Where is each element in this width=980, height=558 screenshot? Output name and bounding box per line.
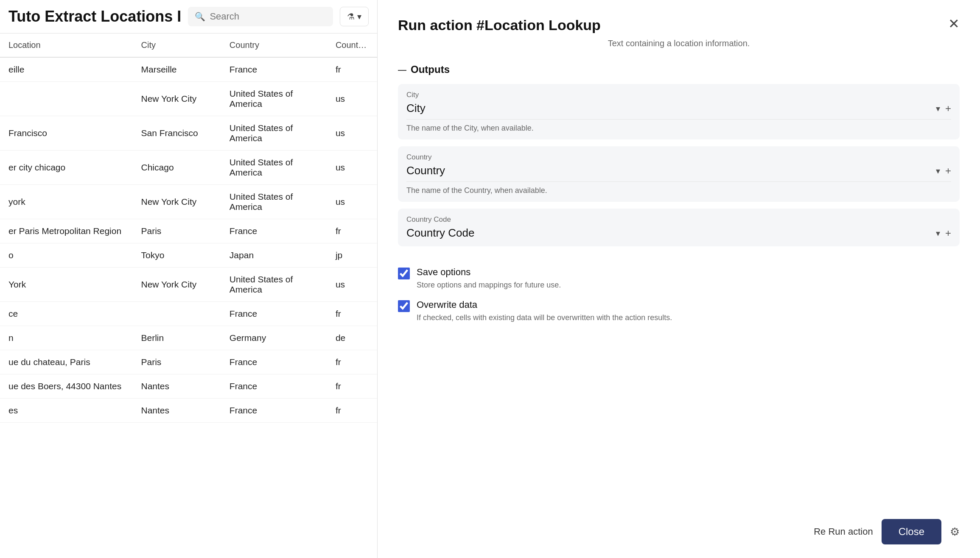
cell-country: France xyxy=(221,219,327,243)
options-section: Save options Store options and mappings … xyxy=(398,267,960,332)
filter-button[interactable]: ⚗ ▾ xyxy=(340,7,369,26)
output-desc-city: The name of the City, when available. xyxy=(406,119,951,133)
cell-city xyxy=(133,302,221,326)
table-row: eille Marseille France fr xyxy=(0,57,377,82)
cell-country: Japan xyxy=(221,243,327,268)
output-desc-country: The name of the Country, when available. xyxy=(406,181,951,195)
table-row: er Paris Metropolitan Region Paris Franc… xyxy=(0,219,377,243)
city-add-button[interactable]: + xyxy=(945,103,951,114)
output-label-country-code: Country Code xyxy=(406,215,951,224)
cell-code: us xyxy=(327,268,377,302)
cell-country: France xyxy=(221,374,327,399)
overwrite-data-checkbox[interactable] xyxy=(398,300,410,312)
spreadsheet-header: Tuto Extract Locations I 🔍 ⚗ ▾ xyxy=(0,0,377,33)
country-code-chevron-icon[interactable]: ▾ xyxy=(936,228,940,238)
cell-code: fr xyxy=(327,350,377,374)
spreadsheet-title: Tuto Extract Locations I xyxy=(8,8,181,25)
output-actions-city: ▾ + xyxy=(936,103,951,114)
action-panel: Run action #Location Lookup ✕ Text conta… xyxy=(378,0,980,558)
cell-country: France xyxy=(221,57,327,82)
save-options-label: Save options xyxy=(417,267,960,278)
city-chevron-icon[interactable]: ▾ xyxy=(936,103,940,114)
save-options-checkbox[interactable] xyxy=(398,268,410,279)
outputs-label: Outputs xyxy=(411,64,450,75)
cell-city: Tokyo xyxy=(133,243,221,268)
country-add-button[interactable]: + xyxy=(945,165,951,177)
panel-header: Run action #Location Lookup ✕ xyxy=(398,17,960,33)
cell-city: Paris xyxy=(133,219,221,243)
cell-location: ce xyxy=(0,302,133,326)
close-action-button[interactable]: Close xyxy=(882,519,941,544)
cell-location: york xyxy=(0,185,133,219)
cell-location: ue du chateau, Paris xyxy=(0,350,133,374)
output-select-row-city: City ▾ + xyxy=(406,102,951,115)
cell-city: Chicago xyxy=(133,151,221,185)
collapse-icon[interactable]: — xyxy=(398,65,406,75)
table-row: n Berlin Germany de xyxy=(0,326,377,350)
cell-city: San Francisco xyxy=(133,116,221,151)
cell-country: France xyxy=(221,399,327,423)
save-options-checkbox-wrapper xyxy=(398,268,410,279)
col-header-city: City xyxy=(133,33,221,57)
output-actions-country-code: ▾ + xyxy=(936,227,951,239)
save-options-desc: Store options and mappings for future us… xyxy=(417,281,561,289)
cell-country: United States of America xyxy=(221,185,327,219)
overwrite-data-label: Overwrite data xyxy=(417,299,960,310)
table-row: ue du chateau, Paris Paris France fr xyxy=(0,350,377,374)
cell-code: us xyxy=(327,116,377,151)
cell-code: us xyxy=(327,185,377,219)
option-row-overwrite: Overwrite data If checked, cells with ex… xyxy=(398,299,960,324)
filter-chevron-icon: ▾ xyxy=(357,11,361,22)
cell-country: United States of America xyxy=(221,151,327,185)
cell-location: Francisco xyxy=(0,116,133,151)
output-value-city: City xyxy=(406,102,426,115)
col-header-country: Country xyxy=(221,33,327,57)
cell-location: York xyxy=(0,268,133,302)
cell-city: New York City xyxy=(133,82,221,116)
output-actions-country: ▾ + xyxy=(936,165,951,177)
table-row: York New York City United States of Amer… xyxy=(0,268,377,302)
table-row: er city chicago Chicago United States of… xyxy=(0,151,377,185)
cell-city: Berlin xyxy=(133,326,221,350)
panel-title: Run action #Location Lookup xyxy=(398,17,601,33)
data-table: Location City Country Count… eille Marse… xyxy=(0,33,377,423)
cell-country: France xyxy=(221,350,327,374)
outputs-header: — Outputs xyxy=(398,64,960,75)
cell-code: fr xyxy=(327,302,377,326)
cell-country: United States of America xyxy=(221,82,327,116)
cell-location: o xyxy=(0,243,133,268)
cell-city: Nantes xyxy=(133,374,221,399)
cell-location: eille xyxy=(0,57,133,82)
cell-city: Nantes xyxy=(133,399,221,423)
rerun-button[interactable]: Re Run action xyxy=(814,526,873,537)
overwrite-data-desc: If checked, cells with existing data wil… xyxy=(417,313,672,322)
cell-code: fr xyxy=(327,399,377,423)
cell-location: es xyxy=(0,399,133,423)
cell-code: jp xyxy=(327,243,377,268)
output-value-country-code: Country Code xyxy=(406,226,474,240)
table-row: ue des Boers, 44300 Nantes Nantes France… xyxy=(0,374,377,399)
output-select-row-country: Country ▾ + xyxy=(406,164,951,177)
col-header-location: Location xyxy=(0,33,133,57)
cell-location: er Paris Metropolitan Region xyxy=(0,219,133,243)
output-card-country-code: Country Code Country Code ▾ + xyxy=(398,209,960,246)
filter-icon: ⚗ xyxy=(347,11,355,22)
cell-country: France xyxy=(221,302,327,326)
col-header-code: Count… xyxy=(327,33,377,57)
country-chevron-icon[interactable]: ▾ xyxy=(936,166,940,176)
settings-icon-button[interactable]: ⚙ xyxy=(950,525,960,538)
cell-location: er city chicago xyxy=(0,151,133,185)
country-code-add-button[interactable]: + xyxy=(945,227,951,239)
close-icon-button[interactable]: ✕ xyxy=(948,17,960,31)
table-body: eille Marseille France fr New York City … xyxy=(0,57,377,423)
save-options-text: Save options Store options and mappings … xyxy=(417,267,960,291)
panel-footer: Re Run action Close ⚙ xyxy=(398,505,960,544)
search-input[interactable] xyxy=(210,11,326,22)
table-container: Location City Country Count… eille Marse… xyxy=(0,33,377,558)
cell-location xyxy=(0,82,133,116)
option-row-save: Save options Store options and mappings … xyxy=(398,267,960,291)
cell-country: Germany xyxy=(221,326,327,350)
search-icon: 🔍 xyxy=(195,11,205,22)
output-select-row-country-code: Country Code ▾ + xyxy=(406,226,951,240)
search-bar: 🔍 xyxy=(188,7,333,26)
